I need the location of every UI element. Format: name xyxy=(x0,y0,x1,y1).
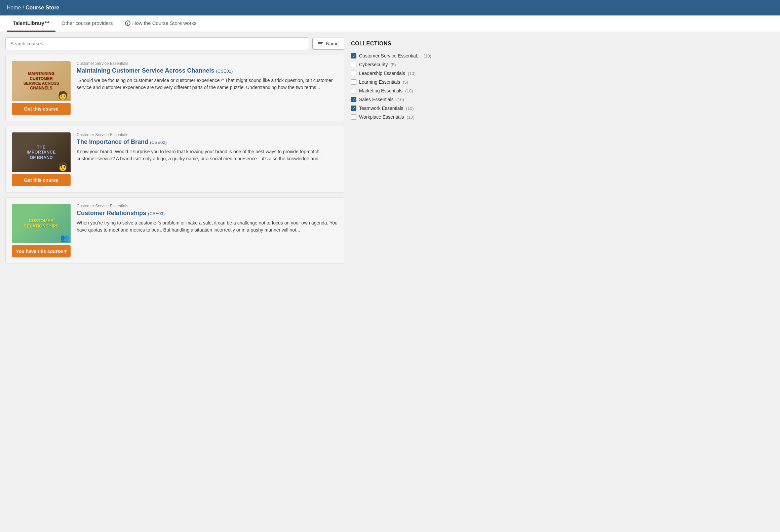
tab-talent-library-label: TalentLibrary™ xyxy=(13,20,49,26)
tab-how-it-works[interactable]: i How the Course Store works xyxy=(119,15,203,32)
course-code-cse01: (CSE01) xyxy=(216,69,233,74)
course-title-cse02[interactable]: The Importance of Brand (CSE02) xyxy=(77,138,338,146)
course-title-text-cse03: Customer Relationships xyxy=(77,210,146,216)
course-title-text-cse01: Maintaining Customer Service Across Chan… xyxy=(77,67,214,74)
course-thumb-image-cse01: MAINTAININGCUSTOMERSERVICE ACROSSCHANNEL… xyxy=(12,61,71,101)
collection-count-leadership: (10) xyxy=(408,71,416,76)
collections-title: COLLECTIONS xyxy=(351,41,438,47)
collection-count-cybersecurity: (5) xyxy=(391,62,396,67)
collection-label-teamwork: Teamwork Essentials xyxy=(359,106,403,111)
collection-item-customer-service[interactable]: Customer Service Essential... (10) xyxy=(351,51,438,60)
collection-item-sales[interactable]: Sales Essentials (10) xyxy=(351,95,438,104)
breadcrumb-current: Course Store xyxy=(26,5,59,10)
collection-label-customer-service: Customer Service Essential... xyxy=(359,53,421,58)
info-icon: i xyxy=(125,21,130,26)
collection-item-marketing[interactable]: Marketing Essentials (10) xyxy=(351,86,438,95)
course-desc-cse03: When you're trying to solve a customer's… xyxy=(77,219,338,234)
collection-count-sales: (10) xyxy=(396,97,404,102)
course-thumbnail-cse02: THEIMPORTANCEOF BRAND 🧑 Get this course xyxy=(12,132,71,186)
course-desc-cse01: "Should we be focusing on customer servi… xyxy=(77,77,338,91)
collection-label-learning: Learning Essentials xyxy=(359,79,400,85)
tab-talent-library[interactable]: TalentLibrary™ xyxy=(7,15,55,32)
collection-count-workplace: (10) xyxy=(407,115,415,120)
course-thumb-image-cse03: CUSTOMERRELATIONSHIPS 👥 xyxy=(12,204,71,243)
collection-checkbox-customer-service[interactable] xyxy=(351,53,356,58)
collection-checkbox-leadership[interactable] xyxy=(351,71,356,76)
collection-label-workplace: Workplace Essentials xyxy=(359,114,404,120)
collection-count-marketing: (10) xyxy=(405,88,413,93)
sort-button-label: Name xyxy=(326,41,339,46)
collection-item-workplace[interactable]: Workplace Essentials (10) xyxy=(351,113,438,121)
collection-count-teamwork: (10) xyxy=(406,106,414,111)
course-card-cse02: THEIMPORTANCEOF BRAND 🧑 Get this course … xyxy=(5,126,344,193)
course-code-cse03: (CSE03) xyxy=(148,211,165,216)
collection-item-cybersecurity[interactable]: Cybersecurity (5) xyxy=(351,60,438,69)
get-course-button-cse02[interactable]: Get this course xyxy=(12,174,71,186)
collection-item-teamwork[interactable]: Teamwork Essentials (10) xyxy=(351,104,438,113)
course-desc-cse02: Know your brand. Would it surprise you t… xyxy=(77,148,338,162)
collection-label-cybersecurity: Cybersecurity xyxy=(359,62,388,67)
header: Home / Course Store xyxy=(0,0,780,15)
breadcrumb-home[interactable]: Home xyxy=(7,5,21,10)
search-input[interactable] xyxy=(5,37,309,50)
course-thumb-image-cse02: THEIMPORTANCEOF BRAND 🧑 xyxy=(12,132,71,172)
course-title-cse03[interactable]: Customer Relationships (CSE03) xyxy=(77,210,338,217)
breadcrumb-separator: / xyxy=(21,5,26,10)
collection-label-leadership: Leadership Essentials xyxy=(359,71,405,76)
course-collection-cse03: Customer Service Essentials xyxy=(77,204,338,208)
content-area: Name MAINTAININGCUSTOMERSERVICE ACROSSCH… xyxy=(5,37,344,269)
breadcrumb: Home / Course Store xyxy=(7,5,773,11)
course-collection-cse01: Customer Service Essentials xyxy=(77,61,338,66)
collection-count-customer-service: (10) xyxy=(424,53,431,58)
collection-label-marketing: Marketing Essentials xyxy=(359,88,402,93)
main-container: Name MAINTAININGCUSTOMERSERVICE ACROSSCH… xyxy=(0,32,444,274)
collection-checkbox-teamwork[interactable] xyxy=(351,106,356,111)
get-course-button-cse01[interactable]: Get this course xyxy=(12,103,71,115)
collection-item-learning[interactable]: Learning Essentials (5) xyxy=(351,78,438,86)
course-title-cse01[interactable]: Maintaining Customer Service Across Chan… xyxy=(77,67,338,74)
course-thumbnail-cse01: MAINTAININGCUSTOMERSERVICE ACROSSCHANNEL… xyxy=(12,61,71,115)
sort-icon xyxy=(318,42,323,45)
collection-count-learning: (5) xyxy=(403,80,408,85)
course-info-cse03: Customer Service Essentials Customer Rel… xyxy=(77,204,338,234)
course-card-cse01: MAINTAININGCUSTOMERSERVICE ACROSSCHANNEL… xyxy=(5,55,344,121)
collection-item-leadership[interactable]: Leadership Essentials (10) xyxy=(351,69,438,78)
course-card-cse03: CUSTOMERRELATIONSHIPS 👥 You have this co… xyxy=(5,197,344,264)
collection-checkbox-learning[interactable] xyxy=(351,79,356,85)
course-collection-cse02: Customer Service Essentials xyxy=(77,132,338,137)
search-bar-row: Name xyxy=(5,37,344,50)
sidebar: COLLECTIONS Customer Service Essential..… xyxy=(351,37,438,269)
course-title-text-cse02: The Importance of Brand xyxy=(77,138,148,145)
tab-other-providers-label: Other course providers xyxy=(62,20,113,26)
collection-checkbox-workplace[interactable] xyxy=(351,114,356,120)
course-thumbnail-cse03: CUSTOMERRELATIONSHIPS 👥 You have this co… xyxy=(12,204,71,257)
sort-button[interactable]: Name xyxy=(312,38,344,50)
you-have-course-button-cse03[interactable]: You have this course xyxy=(12,245,71,257)
collection-checkbox-cybersecurity[interactable] xyxy=(351,62,356,67)
tab-other-providers[interactable]: Other course providers xyxy=(55,15,119,32)
collection-checkbox-marketing[interactable] xyxy=(351,88,356,93)
course-info-cse01: Customer Service Essentials Maintaining … xyxy=(77,61,338,91)
collection-label-sales: Sales Essentials xyxy=(359,97,394,102)
tab-how-it-works-label: How the Course Store works xyxy=(132,20,197,26)
collection-checkbox-sales[interactable] xyxy=(351,97,356,102)
course-code-cse02: (CSE02) xyxy=(150,140,167,145)
course-info-cse02: Customer Service Essentials The Importan… xyxy=(77,132,338,162)
tabs-bar: TalentLibrary™ Other course providers i … xyxy=(0,15,780,32)
